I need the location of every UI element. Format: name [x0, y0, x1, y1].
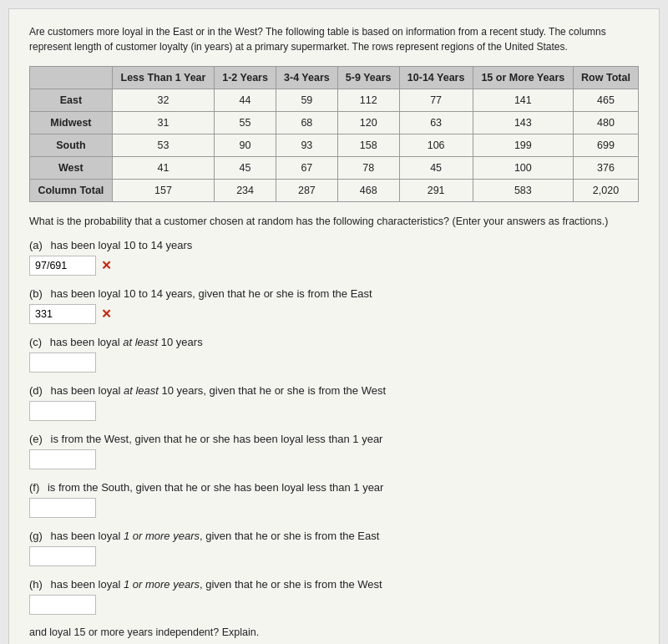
- row-label-midwest: Midwest: [30, 112, 113, 134]
- west-3-4: 67: [276, 157, 337, 180]
- question-h-label: (h) has been loyal 1 or more years, give…: [29, 578, 639, 591]
- question-h: (h) has been loyal 1 or more years, give…: [29, 578, 639, 615]
- question-e-input[interactable]: [29, 449, 96, 469]
- south-10-14: 106: [399, 134, 473, 157]
- midwest-3-4: 68: [276, 112, 337, 134]
- data-table: Less Than 1 Year 1-2 Years 3-4 Years 5-9…: [29, 66, 639, 202]
- row-label-west: West: [30, 157, 113, 180]
- west-10-14: 45: [399, 157, 473, 180]
- question-h-text: has been loyal 1 or more years, given th…: [51, 578, 382, 591]
- south-less1: 53: [112, 134, 214, 157]
- midwest-1-2: 55: [215, 112, 276, 134]
- midwest-10-14: 63: [399, 112, 473, 134]
- question-a-input[interactable]: [29, 256, 96, 276]
- bottom-text: and loyal 15 or more years independent? …: [29, 626, 639, 638]
- south-3-4: 93: [276, 134, 337, 157]
- question-h-part: (h): [29, 578, 43, 591]
- midwest-total: 480: [573, 112, 638, 134]
- question-c-label: (c) has been loyal at least 10 years: [29, 336, 639, 348]
- question-f-text: is from the South, given that he or she …: [48, 481, 384, 494]
- question-h-input[interactable]: [29, 595, 96, 615]
- question-f-label: (f) is from the South, given that he or …: [29, 481, 639, 494]
- question-g: (g) has been loyal 1 or more years, give…: [29, 530, 639, 566]
- east-1-2: 44: [215, 89, 276, 112]
- question-a: (a) has been loyal 10 to 14 years ✕: [29, 239, 639, 276]
- table-row-midwest: Midwest 31 55 68 120 63 143 480: [30, 112, 639, 134]
- east-15plus: 141: [473, 89, 573, 112]
- question-b-error-icon: ✕: [101, 307, 112, 322]
- question-b: (b) has been loyal 10 to 14 years, given…: [29, 287, 639, 324]
- south-15plus: 199: [473, 134, 573, 157]
- col-header-region: [30, 67, 113, 89]
- question-b-part: (b): [29, 287, 43, 300]
- west-15plus: 100: [473, 157, 573, 180]
- table-row-east: East 32 44 59 112 77 141 465: [30, 89, 639, 112]
- midwest-15plus: 143: [473, 112, 573, 134]
- col-header-row-total: Row Total: [573, 67, 638, 89]
- col-header-1-2: 1-2 Years: [215, 67, 276, 89]
- question-b-label: (b) has been loyal 10 to 14 years, given…: [29, 287, 639, 300]
- question-c-part: (c): [29, 336, 42, 348]
- question-b-text: has been loyal 10 to 14 years, given tha…: [51, 287, 372, 300]
- question-a-error-icon: ✕: [101, 258, 112, 273]
- total-10-14: 291: [399, 180, 473, 202]
- total-1-2: 234: [215, 180, 276, 202]
- row-label-east: East: [30, 89, 113, 112]
- question-c-input[interactable]: [29, 352, 96, 373]
- midwest-5-9: 120: [337, 112, 399, 134]
- question-e-label: (e) is from the West, given that he or s…: [29, 433, 639, 445]
- col-header-less1: Less Than 1 Year: [112, 67, 214, 89]
- question-d-part: (d): [29, 384, 43, 397]
- row-label-south: South: [30, 134, 113, 157]
- question-a-part: (a): [29, 239, 43, 251]
- question-a-text: has been loyal 10 to 14 years: [51, 239, 193, 251]
- col-header-15plus: 15 or More Years: [473, 67, 573, 89]
- total-5-9: 468: [337, 180, 399, 202]
- east-total: 465: [573, 89, 638, 112]
- total-3-4: 287: [276, 180, 337, 202]
- question-f: (f) is from the South, given that he or …: [29, 481, 639, 518]
- west-less1: 41: [112, 157, 214, 180]
- west-total: 376: [573, 157, 638, 180]
- question-g-text: has been loyal 1 or more years, given th…: [51, 530, 380, 542]
- page: Are customers more loyal in the East or …: [8, 8, 660, 644]
- question-d-label: (d) has been loyal at least 10 years, gi…: [29, 384, 639, 397]
- west-1-2: 45: [215, 157, 276, 180]
- question-c-text: has been loyal at least 10 years: [50, 336, 203, 348]
- question-a-label: (a) has been loyal 10 to 14 years: [29, 239, 639, 251]
- question-b-input[interactable]: [29, 304, 96, 324]
- midwest-less1: 31: [112, 112, 214, 134]
- question-g-input[interactable]: [29, 546, 96, 566]
- question-e-part: (e): [29, 433, 43, 445]
- table-row-south: South 53 90 93 158 106 199 699: [30, 134, 639, 157]
- total-15plus: 583: [473, 180, 573, 202]
- west-5-9: 78: [337, 157, 399, 180]
- question-d-input[interactable]: [29, 401, 96, 421]
- table-row-col-total: Column Total 157 234 287 468 291 583 2,0…: [30, 180, 639, 202]
- south-1-2: 90: [215, 134, 276, 157]
- col-total-label: Column Total: [30, 180, 113, 202]
- question-c: (c) has been loyal at least 10 years: [29, 336, 639, 373]
- total-grand: 2,020: [573, 180, 638, 202]
- question-g-part: (g): [29, 530, 43, 542]
- question-f-part: (f): [29, 481, 39, 494]
- east-3-4: 59: [276, 89, 337, 112]
- question-f-input[interactable]: [29, 498, 96, 518]
- table-row-west: West 41 45 67 78 45 100 376: [30, 157, 639, 180]
- question-d: (d) has been loyal at least 10 years, gi…: [29, 384, 639, 421]
- question-e-text: is from the West, given that he or she h…: [51, 433, 383, 445]
- col-header-10-14: 10-14 Years: [399, 67, 473, 89]
- south-5-9: 158: [337, 134, 399, 157]
- south-total: 699: [573, 134, 638, 157]
- col-header-5-9: 5-9 Years: [337, 67, 399, 89]
- intro-text: Are customers more loyal in the East or …: [29, 24, 639, 54]
- total-less1: 157: [112, 180, 214, 202]
- east-less1: 32: [112, 89, 214, 112]
- question-intro: What is the probability that a customer …: [29, 216, 639, 227]
- question-g-label: (g) has been loyal 1 or more years, give…: [29, 530, 639, 542]
- east-5-9: 112: [337, 89, 399, 112]
- east-10-14: 77: [399, 89, 473, 112]
- col-header-3-4: 3-4 Years: [276, 67, 337, 89]
- question-e: (e) is from the West, given that he or s…: [29, 433, 639, 469]
- question-d-text: has been loyal at least 10 years, given …: [51, 384, 387, 397]
